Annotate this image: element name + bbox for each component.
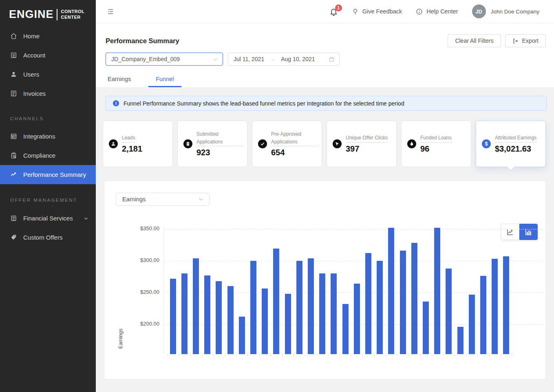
account-menu[interactable]: JD John Doe Company [472,4,539,18]
sidebar-item-users[interactable]: Users [0,65,96,84]
bar-day-12[interactable] [296,261,302,354]
earnings-chart-panel: Earnings $350.00 $300.00 $250.00 $ [104,181,546,379]
sidebar-item-account[interactable]: Account [0,46,96,65]
x-axis-tick [455,354,455,356]
metric-label: Pre-Approved Applications [271,130,318,146]
bar-day-14[interactable] [319,273,325,354]
bar-day-19[interactable] [377,261,383,354]
x-axis-tick [362,354,363,356]
funnel-section: i Funnel Performance Summary shows the l… [96,87,554,392]
arrow-right-icon: → [270,56,275,62]
bar-day-30[interactable] [503,256,509,354]
x-axis-tick [190,354,190,356]
x-axis-tick [340,354,340,356]
x-axis-tick [489,354,490,356]
metric-value: 397 [346,144,388,154]
x-axis-tick [443,354,444,356]
tab-earnings[interactable]: Earnings [100,76,138,87]
bar-day-18[interactable] [365,253,371,354]
clear-all-filters-button[interactable]: Clear All Filters [448,34,501,47]
bar-day-27[interactable] [469,295,475,354]
x-axis-tick [374,354,375,356]
bar-day-8[interactable] [250,261,256,354]
sidebar-item-invoices[interactable]: Invoices [0,84,96,103]
bar-day-17[interactable] [354,284,360,354]
main-content: Performance Summary Clear All Filters Ex… [96,23,554,392]
bar-day-6[interactable] [227,286,234,354]
document-icon [183,139,192,148]
bar-day-4[interactable] [204,275,210,354]
bar-day-15[interactable] [331,273,337,354]
metric-label: Attributed Earnings [495,134,536,143]
metric-card-pre-approved-applications[interactable]: Pre-Approved Applications 654 [252,121,322,167]
metric-label: Leads [122,134,135,143]
y-tick-300: $300.00 [104,257,159,263]
metric-card-attributed-earnings[interactable]: $ Attributed Earnings $3,021.63 [476,121,546,167]
help-center-link[interactable]: Help Center [416,8,458,15]
tag-icon [10,234,17,241]
metric-value: 654 [271,148,318,157]
give-feedback-link[interactable]: Give Feedback [352,8,402,15]
document-icon [10,90,17,97]
trend-icon [10,171,17,178]
bar-day-2[interactable] [181,273,188,354]
sidebar-item-performance-summary[interactable]: Performance Summary [0,165,96,184]
bank-doc-icon [10,215,17,222]
bar-day-13[interactable] [308,258,314,354]
date-range-picker[interactable]: Jul 11, 2021 → Aug 10, 2021 [228,53,340,66]
metric-value: 2,181 [122,144,142,154]
sidebar-item-financial-services[interactable]: Financial Services [0,209,96,228]
bar-day-16[interactable] [342,304,349,354]
bar-chart-plot [163,181,543,354]
export-button[interactable]: Export [505,34,546,47]
metric-label: Unique Offer Clicks [346,134,388,143]
bar-day-21[interactable] [400,251,406,354]
date-end: Aug 10, 2021 [281,56,315,62]
x-axis-tick [305,354,305,356]
bar-day-1[interactable] [170,279,176,354]
metric-card-leads[interactable]: Leads 2,181 [103,121,173,167]
notification-badge: 1 [335,4,342,11]
filters-row: JD_Company_Embed_009 Jul 11, 2021 → Aug … [96,47,554,66]
sidebar-item-custom-offers[interactable]: Custom Offers [0,228,96,247]
bar-day-7[interactable] [239,317,245,354]
browser-grid-icon [10,133,17,140]
check-icon [258,139,267,148]
metric-card-unique-offer-clicks[interactable]: Unique Offer Clicks 397 [327,121,397,167]
date-start: Jul 11, 2021 [234,56,264,62]
notifications-bell-icon[interactable]: 1 [329,7,338,16]
bar-day-3[interactable] [193,258,199,354]
dollar-icon: $ [482,139,491,148]
avatar: JD [472,4,486,18]
metric-card-submitted-applications[interactable]: Submitted Applications 923 [177,121,247,167]
sidebar-item-integrations[interactable]: Integrations [0,127,96,146]
bar-day-28[interactable] [480,276,486,354]
x-axis-tick [477,354,478,356]
bar-day-11[interactable] [285,294,291,354]
bar-day-26[interactable] [457,327,464,354]
bar-day-24[interactable] [434,228,440,354]
app-root: ENGINE CONTROL CENTER Home Account [0,0,554,392]
bar-day-9[interactable] [262,288,268,354]
sidebar-section-channels: CHANNELS [0,116,96,124]
user-icon [109,139,118,148]
sidebar-collapse-icon[interactable] [107,8,114,15]
sidebar-item-home[interactable]: Home [0,26,96,46]
integration-select[interactable]: JD_Company_Embed_009 [106,53,223,66]
bar-day-22[interactable] [411,243,417,354]
tab-funnel[interactable]: Funnel [148,76,181,87]
sidebar-item-compliance[interactable]: Compliance [0,146,96,165]
header-actions: 1 Give Feedback Help Center JD John Doe … [329,4,554,18]
chevron-down-icon[interactable] [84,216,88,221]
x-axis-tick [420,354,420,356]
bar-day-23[interactable] [423,302,429,354]
sidebar-section-offer-management: OFFER MANAGEMENT [0,198,96,206]
x-axis-tick [294,354,294,356]
bar-day-5[interactable] [216,281,222,354]
metric-card-funded-loans[interactable]: Funded Loans 96 [401,121,471,167]
bar-day-25[interactable] [446,269,452,354]
bar-day-10[interactable] [273,249,279,354]
bar-day-20[interactable] [388,228,394,354]
account-name: John Doe Company [491,9,539,15]
bar-day-29[interactable] [492,259,498,354]
